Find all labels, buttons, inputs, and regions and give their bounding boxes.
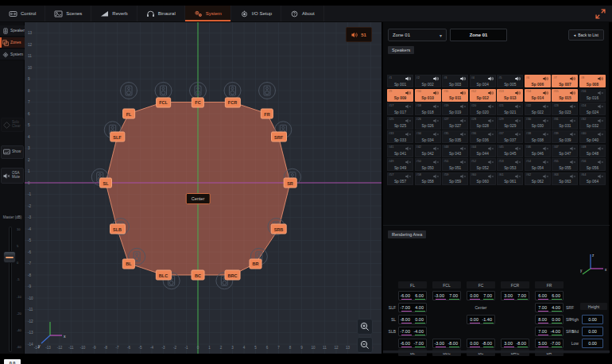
speaker-cell[interactable]: #15Sp 015 (552, 89, 578, 102)
speaker-cell[interactable]: #52Sp 052 (470, 158, 496, 171)
speaker-cell[interactable]: #31Sp 031 (552, 117, 578, 130)
speaker-cell[interactable]: #57Sp 057 (387, 172, 413, 185)
tab-control[interactable]: Control (0, 6, 45, 21)
speaker-cell[interactable]: #44Sp 044 (470, 145, 496, 157)
speaker-position-chip-FC[interactable]: FC (192, 97, 204, 107)
speaker-position-chip-SRF[interactable]: SRF (271, 132, 287, 142)
speaker-cell[interactable]: #17Sp 017 (387, 103, 413, 115)
speaker-position-chip-FR[interactable]: FR (261, 109, 273, 119)
speaker-cell[interactable]: #43Sp 043 (442, 145, 468, 157)
speaker-cell[interactable]: #56Sp 056 (579, 158, 606, 171)
speaker-position-chip-BL[interactable]: BL (122, 258, 135, 269)
speaker-position-chip-SL[interactable]: SL (99, 178, 112, 188)
speaker-cell[interactable]: #38Sp 038 (525, 130, 551, 143)
speaker-cell[interactable]: #26Sp 026 (415, 117, 441, 130)
ra-coordinate-field-FCL[interactable]: -3.007.00 (432, 291, 461, 300)
ra-coordinate-field-FCR[interactable]: 3.007.00 (501, 291, 529, 300)
speaker-position-chip-BC[interactable]: BC (192, 270, 205, 281)
speaker-position-chip-BRC[interactable]: BRC (224, 270, 241, 281)
speaker-cell[interactable]: #29Sp 029 (497, 117, 523, 130)
height-field-Mid[interactable]: 0.00 (582, 327, 603, 336)
speaker-cell[interactable]: #18Sp 018 (415, 103, 441, 115)
speaker-cell[interactable]: #58Sp 058 (415, 172, 441, 185)
speaker-cell[interactable]: #47Sp 047 (552, 145, 578, 157)
speaker-position-chip-SRB[interactable]: SRB (270, 224, 287, 234)
speaker-cell[interactable]: #64Sp 064 (579, 172, 606, 185)
tab-scenes[interactable]: Scenes (45, 6, 91, 21)
ra-coordinate-field-BR[interactable]: 5.00-7.00 (535, 339, 564, 348)
speaker-cell[interactable]: #32Sp 032 (579, 117, 606, 130)
ra-coordinate-field-Center[interactable]: 0.00-1.40 (467, 315, 495, 324)
speaker-cell[interactable]: #37Sp 037 (497, 130, 523, 143)
ra-coordinate-field-BRC[interactable]: 3.00-8.00 (501, 339, 529, 348)
ra-coordinate-field-SLB[interactable]: -7.00-4.00 (398, 327, 427, 336)
speaker-cell[interactable]: #30Sp 030 (525, 117, 551, 130)
speaker-position-chip-FCL[interactable]: FCL (156, 97, 172, 107)
ra-coordinate-field-FR[interactable]: 6.006.00 (535, 291, 564, 300)
height-field-High[interactable]: 0.00 (582, 315, 603, 324)
speaker-cell[interactable]: #8Sp 008 (579, 75, 606, 87)
zoom-out-button[interactable] (357, 337, 373, 353)
sidebar-item-zones[interactable]: Zones (0, 37, 25, 48)
sidebar-item-system[interactable]: System (0, 49, 25, 60)
speaker-cell[interactable]: #19Sp 019 (442, 103, 468, 115)
speaker-position-chip-BLC[interactable]: BLC (155, 270, 171, 281)
ra-coordinate-field-BLC[interactable]: -3.00-8.00 (432, 339, 461, 348)
ra-coordinate-field-FC[interactable]: 0.007.00 (467, 291, 495, 300)
speaker-cell[interactable]: #36Sp 036 (470, 130, 496, 143)
speaker-cell[interactable]: #5Sp 005 (497, 75, 523, 87)
speaker-cell[interactable]: #22Sp 022 (525, 103, 551, 115)
speaker-cell[interactable]: #9Sp 009 (387, 89, 413, 102)
speaker-position-chip-SLF[interactable]: SLF (110, 132, 125, 142)
speaker-cell[interactable]: #55Sp 055 (552, 158, 578, 171)
speaker-cell[interactable]: #51Sp 051 (442, 158, 468, 171)
speaker-cell[interactable]: #16Sp 016 (579, 89, 606, 102)
speaker-cell[interactable]: #14Sp 014 (525, 89, 551, 102)
speaker-cell[interactable]: #33Sp 033 (387, 130, 413, 143)
speaker-cell[interactable]: #7Sp 007 (552, 75, 578, 87)
ra-coordinate-field-SL[interactable]: -8.000.00 (398, 315, 427, 324)
zone-select-dropdown[interactable]: Zone 01 ▾ (388, 29, 447, 41)
ra-coordinate-field-BC[interactable]: 0.00-8.00 (467, 339, 495, 348)
fullscreen-icon[interactable] (595, 9, 606, 19)
speaker-position-chip-SLB[interactable]: SLB (110, 224, 126, 234)
speaker-position-chip-BR[interactable]: BR (249, 258, 262, 269)
speaker-cell[interactable]: #34Sp 034 (415, 130, 441, 143)
speaker-cell[interactable]: #25Sp 025 (387, 117, 413, 130)
ra-coordinate-field-BL[interactable]: -6.00-7.00 (398, 339, 427, 348)
tab-about[interactable]: About (281, 6, 324, 21)
speaker-cell[interactable]: #62Sp 062 (525, 172, 551, 185)
speaker-cell[interactable]: #4Sp 004 (470, 75, 496, 87)
solo-clear-button[interactable]: Solo Clear (1, 118, 24, 132)
speaker-cell[interactable]: #48Sp 048 (579, 145, 606, 157)
speaker-position-chip-FL[interactable]: FL (122, 109, 135, 119)
master-fader-value[interactable]: 0.0 (4, 359, 21, 364)
zoom-in-button[interactable] (357, 319, 373, 335)
speaker-cell[interactable]: #39Sp 039 (552, 130, 578, 143)
tab-binaural[interactable]: Binaural (138, 6, 185, 21)
fader-track[interactable] (10, 227, 11, 351)
ra-coordinate-field-SR[interactable]: 8.000.00 (535, 315, 564, 324)
tab-reverb[interactable]: Reverb (91, 6, 137, 21)
speaker-cell[interactable]: #6Sp 006 (525, 75, 551, 87)
zone-name-input[interactable] (450, 29, 507, 41)
speaker-cell[interactable]: #27Sp 027 (442, 117, 468, 130)
ra-coordinate-field-SRF[interactable]: 7.004.00 (535, 303, 564, 312)
speaker-cell[interactable]: #45Sp 045 (497, 145, 523, 157)
show-button[interactable]: Show (1, 145, 24, 159)
height-field-Low[interactable]: 0.00 (582, 339, 603, 348)
zone-plot[interactable]: -14-13-12-11-10-9-8-7-6-5-4-3-2-10123456… (25, 22, 382, 354)
speaker-cell[interactable]: #21Sp 021 (497, 103, 523, 115)
speaker-cell[interactable]: #42Sp 042 (415, 145, 441, 157)
speaker-cell[interactable]: #1Sp 001 (387, 75, 413, 87)
speaker-cell[interactable]: #28Sp 028 (470, 117, 496, 130)
speaker-cell[interactable]: #63Sp 063 (552, 172, 578, 185)
speaker-cell[interactable]: #50Sp 050 (415, 158, 441, 171)
speaker-cell[interactable]: #54Sp 054 (525, 158, 551, 171)
speaker-cell[interactable]: #10Sp 010 (415, 89, 441, 102)
back-to-list-button[interactable]: ◂ Back to List (568, 29, 604, 41)
speaker-cell[interactable]: #61Sp 061 (497, 172, 523, 185)
speaker-count-badge[interactable]: 51 (346, 27, 372, 42)
panel-scrollbar[interactable] (383, 350, 610, 353)
ra-coordinate-field-SRB[interactable]: 7.00-4.00 (535, 327, 564, 336)
